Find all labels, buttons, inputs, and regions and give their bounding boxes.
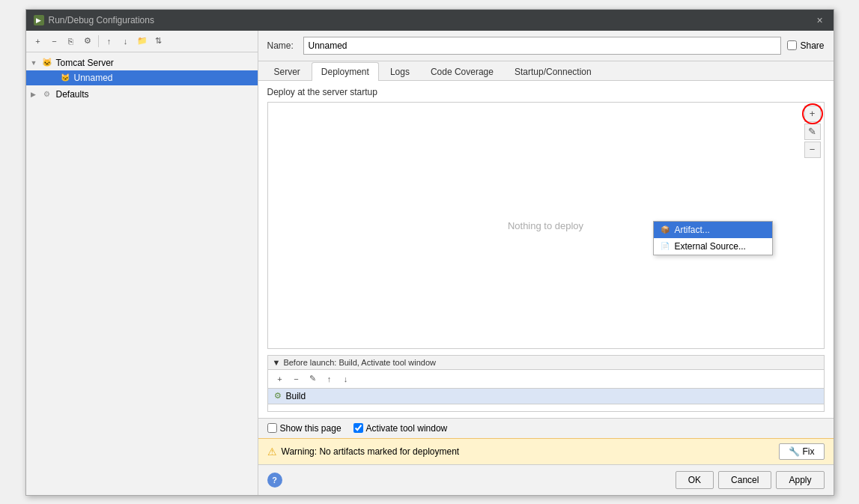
deploy-add-button[interactable]: + [804,106,821,122]
share-row: Share [787,40,824,51]
before-launch-label: Before launch: Build, Activate tool wind… [283,358,436,367]
tab-code-coverage[interactable]: Code Coverage [421,62,503,81]
before-launch-remove-button[interactable]: − [289,371,304,386]
tomcat-group: ▼ 🐱 Tomcat Server ▶ 🐱 Unnamed [26,55,258,85]
external-source-label: External Source... [675,241,746,252]
name-label: Name: [267,40,297,51]
bottom-buttons: ? OK Cancel Apply [258,464,834,495]
defaults-icon: ⚙ [41,88,53,100]
activate-tool-label: Activate tool window [366,423,448,434]
before-launch-toolbar: + − ✎ ↑ ↓ [268,370,824,389]
name-input[interactable] [303,37,782,55]
title-bar-left: ▶ Run/Debug Configurations [34,15,154,25]
tab-deployment[interactable]: Deployment [312,62,379,81]
name-row: Name: Share [258,31,834,61]
tab-logs[interactable]: Logs [380,62,419,81]
tomcat-server-group-item[interactable]: ▼ 🐱 Tomcat Server [26,55,258,70]
activate-tool-checkbox[interactable] [353,423,363,433]
tomcat-icon: 🐱 [41,57,53,69]
unnamed-config-item[interactable]: ▶ 🐱 Unnamed [26,70,258,85]
tab-server[interactable]: Server [264,62,310,81]
bottom-options: Show this page Activate tool window [258,418,834,438]
warning-bar: ⚠ Warning: No artifacts marked for deplo… [258,438,834,464]
build-item[interactable]: ⚙ Build [268,389,824,404]
title-bar: ▶ Run/Debug Configurations × [26,10,834,31]
add-config-button[interactable]: + [31,34,46,49]
before-launch-up-button[interactable]: ↑ [322,371,337,386]
warning-message: Warning: No artifacts marked for deploym… [282,446,460,457]
activate-tool-option: Activate tool window [353,423,448,434]
folder-button[interactable]: 📁 [135,34,150,49]
copy-config-button[interactable]: ⎘ [64,34,79,49]
sidebar: + − ⎘ ⚙ ↑ ↓ 📁 ⇅ ▼ 🐱 Tomcat Server [26,31,258,495]
run-debug-dialog: ▶ Run/Debug Configurations × + − ⎘ ⚙ ↑ ↓… [25,9,834,496]
sidebar-toolbar: + − ⎘ ⚙ ↑ ↓ 📁 ⇅ [26,31,258,52]
unnamed-config-label: Unnamed [74,73,113,83]
toolbar-sep-1 [98,35,99,47]
defaults-arrow: ▶ [31,91,41,98]
deploy-edit-button[interactable]: ✎ [804,124,821,140]
deploy-label: Deploy at the server startup [267,87,825,97]
move-down-button[interactable]: ↓ [118,34,133,49]
share-label: Share [800,40,824,51]
right-panel: Name: Share Server Deployment Logs Code … [258,31,834,495]
fix-label: Fix [803,446,815,457]
move-config-button[interactable]: ⚙ [80,34,95,49]
before-launch-section: ▼ Before launch: Build, Activate tool wi… [267,355,825,412]
artifact-icon: 📦 [660,225,670,235]
help-button[interactable]: ? [267,473,282,488]
deploy-remove-button[interactable]: − [804,142,821,158]
tab-startup-connection[interactable]: Startup/Connection [505,62,601,81]
before-launch-header[interactable]: ▼ Before launch: Build, Activate tool wi… [268,356,824,370]
remove-config-button[interactable]: − [47,34,62,49]
apply-button[interactable]: Apply [776,471,824,489]
main-content: + − ⎘ ⚙ ↑ ↓ 📁 ⇅ ▼ 🐱 Tomcat Server [26,31,834,495]
cancel-button[interactable]: Cancel [718,471,771,489]
artifact-dropdown: 📦 Artifact... 📄 External Source... [653,221,773,255]
dropdown-artifact-item[interactable]: 📦 Artifact... [654,222,772,238]
defaults-item[interactable]: ▶ ⚙ Defaults [26,87,258,102]
defaults-label: Defaults [56,89,89,100]
close-button[interactable]: × [814,14,826,26]
config-tree: ▼ 🐱 Tomcat Server ▶ 🐱 Unnamed [26,52,258,495]
tomcat-group-label: Tomcat Server [56,58,114,68]
tabs-row: Server Deployment Logs Code Coverage Sta… [258,61,834,81]
plus-icon: + [810,108,816,119]
show-page-option: Show this page [267,423,342,434]
warning-icon: ⚠ [267,446,277,458]
before-launch-edit-button[interactable]: ✎ [306,371,321,386]
show-page-checkbox[interactable] [267,423,277,433]
fix-button[interactable]: 🔧 Fix [779,443,825,460]
share-checkbox[interactable] [787,40,797,50]
build-icon: ⚙ [274,391,282,401]
arrow-icon: ▼ [31,59,41,67]
dialog-title: Run/Debug Configurations [49,15,154,25]
artifact-label: Artifact... [675,225,710,235]
before-launch-list: ⚙ Build [268,389,824,411]
fix-icon: 🔧 [789,446,800,457]
ok-button[interactable]: OK [676,471,714,489]
before-launch-add-button[interactable]: + [273,371,288,386]
deploy-area: Nothing to deploy + ✎ − 📦 [267,102,825,349]
panel-content: Deploy at the server startup Nothing to … [258,81,834,418]
dialog-icon: ▶ [34,15,44,25]
build-label: Build [286,391,306,401]
unnamed-config-icon: 🐱 [59,72,71,84]
before-launch-collapse-icon: ▼ [273,358,281,367]
deploy-toolbar: + ✎ − [804,106,821,158]
sort-button[interactable]: ⇅ [151,34,166,49]
nothing-to-deploy-label: Nothing to deploy [508,219,583,231]
external-source-icon: 📄 [660,241,670,252]
move-up-button[interactable]: ↑ [102,34,117,49]
show-page-label: Show this page [280,423,342,434]
before-launch-down-button[interactable]: ↓ [339,371,353,386]
dropdown-external-source-item[interactable]: 📄 External Source... [654,238,772,255]
